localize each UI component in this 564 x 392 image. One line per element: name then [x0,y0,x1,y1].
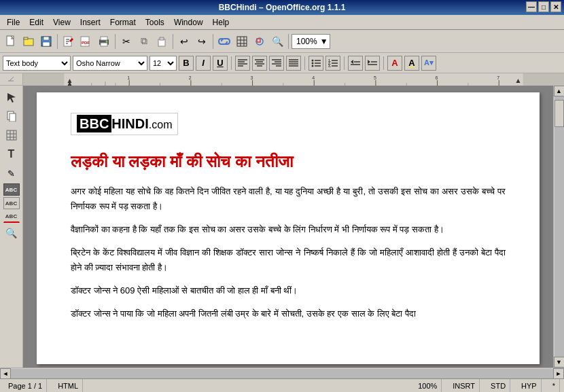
page-view-button[interactable] [3,107,20,125]
table-button[interactable] [234,33,250,50]
toolbar-sep-3 [173,34,173,49]
font-color-button[interactable]: A [387,56,402,71]
h-scroll-track[interactable] [11,369,553,378]
redo-button[interactable]: ↪ [194,33,210,50]
menu-window[interactable]: Window [170,16,207,29]
bold-button[interactable]: B [179,56,194,71]
align-center-button[interactable] [252,56,267,71]
fmt-sep-1 [231,56,232,70]
italic-button[interactable]: I [196,56,211,71]
copy-button[interactable]: ⧉ [136,33,152,50]
scroll-right-button[interactable]: ► [553,368,564,379]
svg-rect-18 [160,37,164,40]
article-para-5: डॉक्टर जोन्स ने पाया कि जो महिला अपनी जि… [71,306,506,321]
svg-rect-5 [43,42,50,46]
draw-button[interactable] [251,33,268,50]
abc-field-button[interactable]: ABC [3,183,20,196]
pdf-button[interactable]: PDF [78,33,94,50]
svg-rect-14 [101,37,107,40]
menu-help[interactable]: Help [209,16,234,29]
article-para-2: वैज्ञानिकों का कहना है कि यहाँ तक कि इस … [71,222,506,237]
save-button[interactable] [38,33,54,50]
svg-rect-19 [237,37,247,46]
article-para-4: डॉक्टर जोन्स ने 609 ऐसी महिलाओं से बातची… [71,283,506,298]
open-button[interactable] [20,33,37,50]
svg-text:4: 4 [312,75,315,80]
table-tool-button[interactable] [3,126,20,144]
align-left-button[interactable] [235,56,250,71]
minimize-button[interactable]: — [526,1,537,12]
scroll-up-button[interactable]: ▲ [554,86,565,96]
svg-rect-15 [101,43,107,46]
text-tool-button[interactable]: T [3,145,20,163]
svg-text:2: 2 [189,75,192,80]
character-highlight-button[interactable]: A▾ [421,56,436,71]
ordered-list-button[interactable]: 1.2.3. [325,56,340,71]
align-justify-button[interactable] [286,56,301,71]
paragraph-style-select[interactable]: Text body Heading 1 Default [3,56,71,71]
svg-text:3.: 3. [328,64,332,68]
find-button[interactable]: 🔍 [269,33,285,50]
std-mode: STD [487,379,510,392]
svg-point-16 [106,40,108,42]
ruler: 1 2 3 4 5 6 7 [23,73,564,86]
horizontal-scrollbar[interactable]: ◄ ► [0,368,564,378]
menu-edit[interactable]: Edit [25,16,48,29]
align-right-button[interactable] [269,56,284,71]
scroll-track[interactable] [554,96,564,357]
svg-text:PDF: PDF [82,41,90,45]
font-size-select[interactable]: 12 10 14 16 [149,56,177,71]
new-button[interactable] [3,33,19,50]
scroll-thumb[interactable] [554,100,564,127]
menu-tools[interactable]: Tools [141,16,169,29]
vertical-scrollbar[interactable]: ▲ ▼ [553,86,564,368]
document-page: BBCHINDI.com लड़की या लड़का माँ की सोच क… [37,92,540,364]
unordered-list-button[interactable] [309,56,323,71]
abc-button-2[interactable]: ABC [3,197,20,209]
edit-tool-button[interactable]: ✎ [3,164,20,182]
menubar: File Edit View Insert Format Tools Windo… [0,15,564,30]
decrease-indent-button[interactable] [348,56,363,71]
unsaved-indicator: * [548,379,560,392]
maximize-button[interactable]: □ [538,1,549,12]
undo-button[interactable]: ↩ [176,33,192,50]
find-tool-button[interactable]: 🔍 [3,224,20,242]
menu-format[interactable]: Format [106,16,140,29]
svg-point-46 [312,65,314,67]
zoom-selector[interactable]: 100% ▼ [292,34,330,49]
doc-type: HTML [54,379,83,392]
svg-rect-94 [7,130,16,140]
menu-view[interactable]: View [49,16,75,29]
selection-tool-button[interactable] [3,88,20,106]
format-toolbar: Text body Heading 1 Default Osho Narrow … [0,53,564,73]
svg-text:3: 3 [251,75,253,80]
svg-rect-64 [64,73,523,86]
article-para-1: अगर कोई महिला यह सोचे कि वह कितने दिन जी… [71,184,506,214]
toolbar-sep-1 [57,34,58,49]
print-button[interactable] [96,33,112,50]
increase-indent-button[interactable] [365,56,380,71]
toolbar-sep-5 [288,34,289,49]
underline-button[interactable]: U [213,56,228,71]
highlight-button[interactable]: A [404,56,419,71]
scroll-left-button[interactable]: ◄ [0,368,11,379]
zoom-value: 100% [294,37,320,46]
article-para-3: ब्रिटेन के केंट विश्वविद्यालय में जीव वि… [71,245,506,275]
menu-file[interactable]: File [3,16,24,29]
hyperlink-button[interactable] [216,33,232,50]
zoom-dropdown-icon[interactable]: ▼ [320,37,328,46]
edit-button[interactable] [60,33,77,50]
menu-insert[interactable]: Insert [76,16,105,29]
bbc-logo-box: BBCHINDI.com [71,113,178,135]
bbc-hindi-logo: HINDI [111,116,148,131]
cut-button[interactable]: ✂ [118,33,135,50]
svg-rect-63 [523,73,564,86]
scroll-down-button[interactable]: ▼ [554,357,565,368]
paste-button[interactable] [154,33,170,50]
font-name-select[interactable]: Osho Narrow Arial Times New Roman [73,56,147,71]
insert-mode: INSRT [448,379,480,392]
close-button[interactable]: ✕ [550,1,561,12]
document-container[interactable]: BBCHINDI.com लड़की या लड़का माँ की सोच क… [23,86,553,368]
abc-button-3[interactable]: ABC [3,211,20,223]
svg-text:7: 7 [497,75,499,80]
